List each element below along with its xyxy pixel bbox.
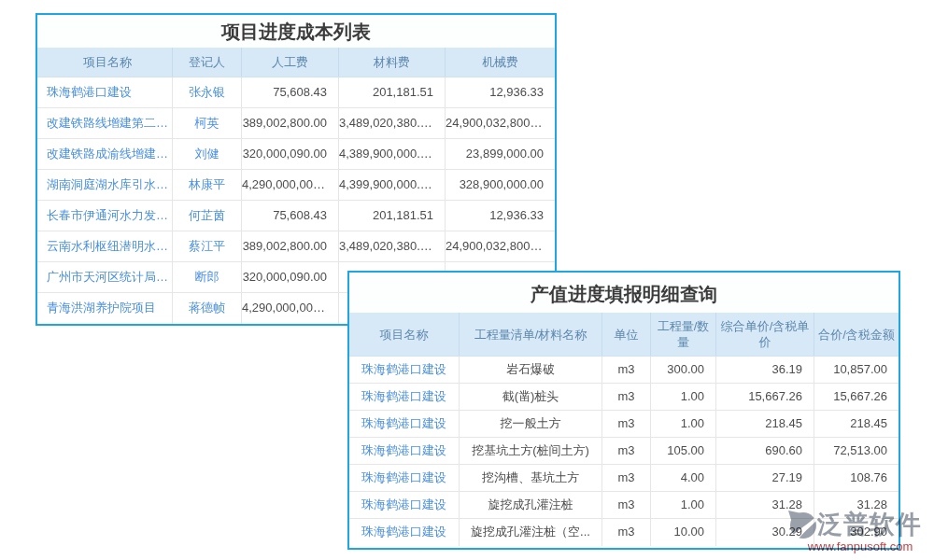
- column-header-quantity: 工程量/数量: [651, 313, 716, 356]
- unit-value: m3: [602, 492, 651, 518]
- registrant-link[interactable]: 蔡江平: [173, 231, 242, 261]
- labor-cost-value: 75,608.43: [242, 201, 339, 231]
- table-row: 珠海鹤港口建设挖一般土方m31.00218.45218.45: [349, 411, 899, 438]
- table-row: 湖南洞庭湖水库引水工...林康平4,290,000,000.004,399,90…: [37, 170, 555, 201]
- table-row: 云南水利枢纽潜明水库...蔡江平389,002,800.003,489,020,…: [37, 231, 555, 262]
- item-name: 岩石爆破: [460, 357, 602, 383]
- labor-cost-value: 389,002,800.00: [242, 231, 339, 261]
- cost-table-header-row: 项目名称 登记人 人工费 材料费 机械费: [37, 48, 555, 77]
- labor-cost-value: 320,000,090.00: [242, 139, 339, 169]
- machinery-cost-value: 328,900,000.00: [446, 170, 555, 200]
- quantity-value: 4.00: [651, 465, 716, 491]
- quantity-value: 300.00: [651, 357, 716, 383]
- unit-value: m3: [602, 519, 651, 546]
- project-name-link[interactable]: 珠海鹤港口建设: [349, 357, 460, 383]
- labor-cost-value: 4,290,000,000.00: [242, 293, 339, 324]
- registrant-link[interactable]: 蒋德帧: [173, 293, 242, 324]
- project-name-link[interactable]: 珠海鹤港口建设: [349, 465, 460, 491]
- fanpu-logo-icon: [787, 510, 817, 539]
- vendor-watermark-top: 泛普软件: [787, 508, 933, 541]
- registrant-link[interactable]: 刘健: [173, 139, 242, 169]
- table-row: 珠海鹤港口建设挖基坑土方(桩间土方)m3105.00690.6072,513.0…: [349, 438, 899, 465]
- labor-cost-value: 4,290,000,000.00: [242, 170, 339, 200]
- project-name-link[interactable]: 珠海鹤港口建设: [349, 384, 460, 410]
- unit-price-value: 27.19: [716, 465, 814, 491]
- quantity-value: 1.00: [651, 492, 716, 518]
- unit-value: m3: [602, 384, 651, 410]
- project-name-link[interactable]: 云南水利枢纽潜明水库...: [37, 231, 173, 261]
- unit-price-value: 15,667.26: [716, 384, 814, 410]
- table-row: 珠海鹤港口建设截(凿)桩头m31.0015,667.2615,667.26: [349, 384, 899, 411]
- column-header-registrant: 登记人: [173, 48, 242, 77]
- item-name: 挖基坑土方(桩间土方): [460, 438, 602, 464]
- project-name-link[interactable]: 珠海鹤港口建设: [349, 519, 460, 546]
- machinery-cost-value: 12,936.33: [446, 77, 555, 107]
- item-name: 挖一般土方: [460, 411, 602, 437]
- column-header-boq-material-name: 工程量清单/材料名称: [460, 313, 602, 356]
- registrant-link[interactable]: 柯英: [173, 108, 242, 138]
- column-header-labor-cost: 人工费: [242, 48, 339, 77]
- unit-price-value: 36.19: [716, 357, 814, 383]
- machinery-cost-value: 12,936.33: [446, 201, 555, 231]
- amount-value: 10,857.00: [814, 357, 899, 383]
- project-name-link[interactable]: 珠海鹤港口建设: [349, 438, 460, 464]
- column-header-project-name: 项目名称: [37, 48, 173, 77]
- amount-value: 72,513.00: [814, 438, 899, 464]
- unit-price-value: 218.45: [716, 411, 814, 437]
- table-row: 改建铁路线增建第二线...柯英389,002,800.003,489,020,3…: [37, 108, 555, 139]
- project-name-link[interactable]: 长春市伊通河水力发电...: [37, 201, 173, 231]
- amount-value: 15,667.26: [814, 384, 899, 410]
- column-header-unit-price: 综合单价/含税单价: [716, 313, 814, 356]
- material-cost-value: 4,389,900,000.00: [339, 139, 446, 169]
- unit-value: m3: [602, 357, 651, 383]
- project-name-link[interactable]: 珠海鹤港口建设: [349, 492, 460, 518]
- vendor-watermark: 泛普软件 www.fanpusoft.com: [787, 508, 933, 553]
- project-name-link[interactable]: 珠海鹤港口建设: [37, 77, 173, 107]
- material-cost-value: 201,181.51: [339, 201, 446, 231]
- column-header-project-name: 项目名称: [349, 313, 460, 356]
- registrant-link[interactable]: 张永银: [173, 77, 242, 107]
- material-cost-value: 3,489,020,380.00: [339, 231, 446, 261]
- table-row: 珠海鹤港口建设张永银75,608.43201,181.5112,936.33: [37, 77, 555, 108]
- vendor-url-link[interactable]: www.fanpusoft.com: [787, 540, 933, 553]
- project-name-link[interactable]: 青海洪湖养护院项目: [37, 293, 173, 324]
- registrant-link[interactable]: 何芷茵: [173, 201, 242, 231]
- project-name-link[interactable]: 改建铁路线增建第二线...: [37, 108, 173, 138]
- project-name-link[interactable]: 珠海鹤港口建设: [349, 411, 460, 437]
- item-name: 挖沟槽、基坑土方: [460, 465, 602, 491]
- labor-cost-value: 389,002,800.00: [242, 108, 339, 138]
- project-name-link[interactable]: 湖南洞庭湖水库引水工...: [37, 170, 173, 200]
- column-header-unit: 单位: [602, 313, 651, 356]
- vendor-brand-text: 泛普软件: [817, 510, 922, 539]
- table-row: 珠海鹤港口建设岩石爆破m3300.0036.1910,857.00: [349, 357, 899, 384]
- machinery-cost-value: 24,900,032,800.00: [446, 231, 555, 261]
- cost-table-title: 项目进度成本列表: [37, 15, 555, 48]
- table-row: 长春市伊通河水力发电...何芷茵75,608.43201,181.5112,93…: [37, 201, 555, 231]
- project-name-link[interactable]: 改建铁路成渝线增建第...: [37, 139, 173, 169]
- detail-table-header-row: 项目名称 工程量清单/材料名称 单位 工程量/数量 综合单价/含税单价 合价/含…: [349, 313, 899, 357]
- detail-table-title: 产值进度填报明细查询: [349, 273, 899, 313]
- material-cost-value: 201,181.51: [339, 77, 446, 107]
- quantity-value: 1.00: [651, 384, 716, 410]
- unit-value: m3: [602, 465, 651, 491]
- project-name-link[interactable]: 广州市天河区统计局机...: [37, 262, 173, 292]
- labor-cost-value: 75,608.43: [242, 77, 339, 107]
- table-row: 改建铁路成渝线增建第...刘健320,000,090.004,389,900,0…: [37, 139, 555, 170]
- registrant-link[interactable]: 断郎: [173, 262, 242, 292]
- registrant-link[interactable]: 林康平: [173, 170, 242, 200]
- machinery-cost-value: 24,900,032,800.00: [446, 108, 555, 138]
- material-cost-value: 3,489,020,380.00: [339, 108, 446, 138]
- quantity-value: 105.00: [651, 438, 716, 464]
- labor-cost-value: 320,000,090.00: [242, 262, 339, 292]
- table-row: 珠海鹤港口建设挖沟槽、基坑土方m34.0027.19108.76: [349, 465, 899, 492]
- machinery-cost-value: 23,899,000.00: [446, 139, 555, 169]
- material-cost-value: 4,399,900,000.00: [339, 170, 446, 200]
- column-header-material-cost: 材料费: [339, 48, 446, 77]
- column-header-machinery-cost: 机械费: [446, 48, 555, 77]
- item-name: 旋挖成孔灌注桩（空...: [460, 519, 602, 546]
- amount-value: 108.76: [814, 465, 899, 491]
- item-name: 截(凿)桩头: [460, 384, 602, 410]
- unit-price-value: 690.60: [716, 438, 814, 464]
- amount-value: 218.45: [814, 411, 899, 437]
- item-name: 旋挖成孔灌注桩: [460, 492, 602, 518]
